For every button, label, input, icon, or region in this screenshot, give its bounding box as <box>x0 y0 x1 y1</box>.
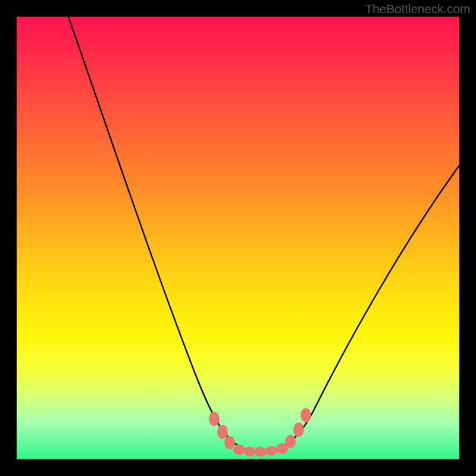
trough-marker <box>209 412 220 426</box>
trough-marker <box>293 422 304 437</box>
trough-marker <box>217 425 228 439</box>
gradient-plot-area <box>17 17 459 459</box>
trough-marker <box>224 436 235 449</box>
trough-marker <box>233 444 245 455</box>
bottleneck-curve-path <box>64 17 459 451</box>
trough-marker <box>285 435 296 448</box>
trough-marker <box>265 446 277 456</box>
trough-marker-group <box>209 408 311 456</box>
trough-marker <box>300 408 311 422</box>
watermark-text: TheBottleneck.com <box>365 2 470 16</box>
trough-marker <box>255 447 267 456</box>
bottleneck-curve-svg <box>17 17 459 459</box>
trough-marker <box>244 447 256 456</box>
